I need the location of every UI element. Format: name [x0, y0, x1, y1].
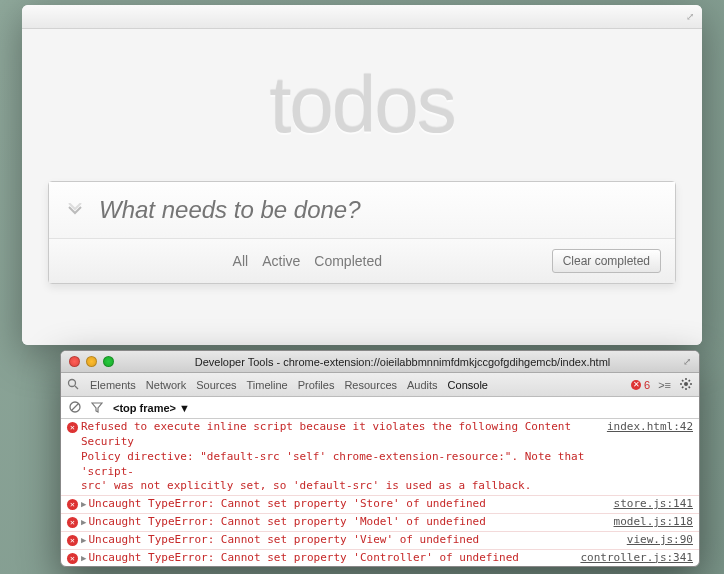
console-log-row[interactable]: ✕▶Uncaught TypeError: Cannot set propert… — [61, 550, 699, 566]
log-source-link[interactable]: view.js:90 — [627, 533, 693, 546]
console-output[interactable]: ✕Refused to execute inline script becaus… — [61, 419, 699, 566]
search-icon[interactable] — [67, 378, 80, 392]
log-message: ▶Uncaught TypeError: Cannot set property… — [81, 533, 619, 548]
drawer-toggle-icon[interactable]: >≡ — [658, 379, 671, 391]
error-icon: ✕ — [67, 551, 81, 564]
console-log-row[interactable]: ✕▶Uncaught TypeError: Cannot set propert… — [61, 514, 699, 532]
filter-all[interactable]: All — [233, 253, 249, 269]
console-toolbar: <top frame> ▼ — [61, 397, 699, 419]
devtools-window: Developer Tools - chrome-extension://oie… — [60, 350, 700, 567]
log-source-link[interactable]: model.js:118 — [614, 515, 693, 528]
new-todo-input[interactable] — [99, 196, 663, 224]
disclosure-triangle-icon[interactable]: ▶ — [81, 517, 86, 527]
error-count: 6 — [644, 379, 650, 391]
app-content: todos All Active Completed Clear complet… — [22, 29, 702, 345]
tab-console[interactable]: Console — [448, 379, 488, 391]
devtools-title: Developer Tools - chrome-extension://oie… — [122, 356, 683, 368]
tab-network[interactable]: Network — [146, 379, 186, 391]
app-logo: todos — [22, 29, 702, 151]
app-titlebar: ⤢ — [22, 5, 702, 29]
close-icon[interactable] — [69, 356, 80, 367]
frame-selector[interactable]: <top frame> ▼ — [113, 402, 190, 414]
filter-icon[interactable] — [91, 401, 103, 415]
error-icon: ✕ — [67, 515, 81, 528]
expand-icon[interactable]: ⤢ — [686, 11, 694, 22]
svg-point-2 — [684, 382, 688, 386]
svg-line-1 — [75, 386, 78, 389]
log-message: ▶Uncaught TypeError: Cannot set property… — [81, 497, 606, 512]
new-todo-row — [49, 182, 675, 239]
devtools-tabs: Elements Network Sources Timeline Profil… — [61, 373, 699, 397]
error-icon: ✕ — [67, 533, 81, 546]
filter-group: All Active Completed — [63, 253, 552, 269]
error-icon: ✕ — [67, 497, 81, 510]
expand-icon[interactable]: ⤢ — [683, 356, 691, 367]
error-icon: ✕ — [67, 420, 81, 433]
log-message: ▶Uncaught TypeError: Cannot set property… — [81, 515, 606, 530]
tab-timeline[interactable]: Timeline — [247, 379, 288, 391]
error-icon: ✕ — [631, 380, 641, 390]
tab-resources[interactable]: Resources — [344, 379, 397, 391]
clear-completed-button[interactable]: Clear completed — [552, 249, 661, 273]
clear-console-icon[interactable] — [69, 401, 81, 415]
console-log-row[interactable]: ✕▶Uncaught TypeError: Cannot set propert… — [61, 496, 699, 514]
tab-elements[interactable]: Elements — [90, 379, 136, 391]
todo-footer: All Active Completed Clear completed — [49, 239, 675, 283]
log-source-link[interactable]: controller.js:341 — [580, 551, 693, 564]
todo-panel: All Active Completed Clear completed — [48, 181, 676, 284]
minimize-icon[interactable] — [86, 356, 97, 367]
svg-point-0 — [69, 379, 76, 386]
svg-line-4 — [72, 403, 79, 410]
log-message: Refused to execute inline script because… — [81, 420, 599, 494]
log-source-link[interactable]: index.html:42 — [607, 420, 693, 433]
log-source-link[interactable]: store.js:141 — [614, 497, 693, 510]
traffic-lights — [69, 356, 114, 367]
devtools-titlebar[interactable]: Developer Tools - chrome-extension://oie… — [61, 351, 699, 373]
tab-profiles[interactable]: Profiles — [298, 379, 335, 391]
disclosure-triangle-icon[interactable]: ▶ — [81, 499, 86, 509]
log-message: ▶Uncaught TypeError: Cannot set property… — [81, 551, 572, 566]
filter-active[interactable]: Active — [262, 253, 300, 269]
console-log-row[interactable]: ✕Refused to execute inline script becaus… — [61, 419, 699, 496]
console-log-row[interactable]: ✕▶Uncaught TypeError: Cannot set propert… — [61, 532, 699, 550]
tab-audits[interactable]: Audits — [407, 379, 438, 391]
zoom-icon[interactable] — [103, 356, 114, 367]
disclosure-triangle-icon[interactable]: ▶ — [81, 553, 86, 563]
tab-sources[interactable]: Sources — [196, 379, 236, 391]
settings-icon[interactable] — [679, 377, 693, 393]
disclosure-triangle-icon[interactable]: ▶ — [81, 535, 86, 545]
error-count-badge[interactable]: ✕ 6 — [631, 379, 650, 391]
filter-completed[interactable]: Completed — [314, 253, 382, 269]
todo-app-window: ⤢ todos All Active Completed Clear compl… — [22, 5, 702, 345]
toggle-all-icon[interactable] — [61, 196, 89, 224]
